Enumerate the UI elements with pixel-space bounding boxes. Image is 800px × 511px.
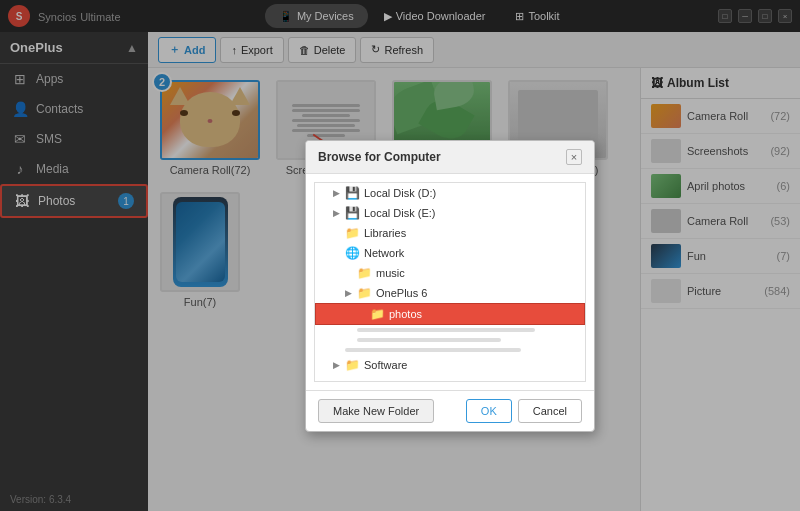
- tree-item-local-e[interactable]: ▶ 💾 Local Disk (E:): [315, 203, 585, 223]
- tree-item-blurred-2[interactable]: [315, 335, 585, 345]
- folder-icon: 📁: [357, 266, 372, 280]
- dialog-body: ▶ 💾 Local Disk (D:) ▶ 💾 Local Disk (E:) …: [306, 174, 594, 390]
- tree-arrow-icon: ▶: [333, 360, 341, 370]
- dialog-overlay: Browse for Computer × ▶ 💾 Local Disk (D:…: [0, 0, 800, 511]
- make-new-folder-button[interactable]: Make New Folder: [318, 399, 434, 423]
- tree-arrow-icon: ▶: [333, 208, 341, 218]
- file-tree[interactable]: ▶ 💾 Local Disk (D:) ▶ 💾 Local Disk (E:) …: [314, 182, 586, 382]
- network-icon: 🌐: [345, 246, 360, 260]
- folder-icon: 📁: [370, 307, 385, 321]
- disk-icon: 💾: [345, 206, 360, 220]
- disk-icon: 💾: [345, 186, 360, 200]
- tree-arrow-icon: ▶: [333, 188, 341, 198]
- folder-icon: 📁: [357, 286, 372, 300]
- tree-item-photos[interactable]: ▶ 📁 photos 3: [315, 303, 585, 325]
- folder-icon: 📁: [345, 358, 360, 372]
- dialog-header: Browse for Computer ×: [306, 141, 594, 174]
- cancel-button[interactable]: Cancel: [518, 399, 582, 423]
- tree-item-blurred-3[interactable]: [315, 345, 585, 355]
- tree-item-local-d[interactable]: ▶ 💾 Local Disk (D:): [315, 183, 585, 203]
- ok-button[interactable]: OK: [466, 399, 512, 423]
- tree-item-libraries[interactable]: ▶ 📁 Libraries: [315, 223, 585, 243]
- folder-icon: 📁: [345, 226, 360, 240]
- tree-item-oneplus6[interactable]: ▶ 📁 OnePlus 6: [315, 283, 585, 303]
- tree-item-blurred-1[interactable]: [315, 325, 585, 335]
- tree-item-network[interactable]: ▶ 🌐 Network: [315, 243, 585, 263]
- tree-item-music[interactable]: ▶ 📁 music: [315, 263, 585, 283]
- browse-dialog: Browse for Computer × ▶ 💾 Local Disk (D:…: [305, 140, 595, 432]
- tree-arrow-icon: ▶: [345, 288, 353, 298]
- dialog-title: Browse for Computer: [318, 150, 441, 164]
- dialog-close-button[interactable]: ×: [566, 149, 582, 165]
- tree-item-software[interactable]: ▶ 📁 Software: [315, 355, 585, 375]
- dialog-footer: Make New Folder OK Cancel: [306, 390, 594, 431]
- dialog-footer-right: OK Cancel: [466, 399, 582, 423]
